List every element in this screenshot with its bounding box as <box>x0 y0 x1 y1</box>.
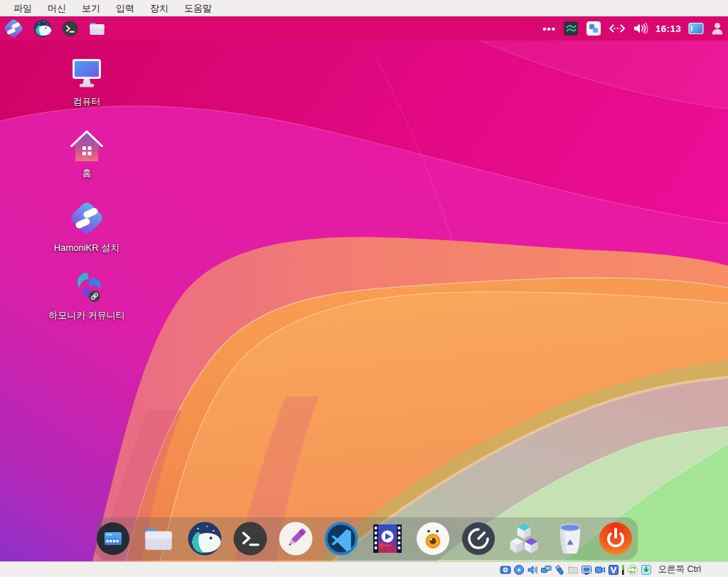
hamonikr-menu-button[interactable] <box>3 18 24 39</box>
status-shared-folders-icon[interactable] <box>567 564 579 576</box>
status-recording-icon[interactable] <box>594 564 606 576</box>
dock-power[interactable] <box>598 519 633 559</box>
desktop-icon-label: 하모니카 커뮤니티 <box>44 309 129 322</box>
status-keyboard-capture-icon[interactable] <box>641 564 652 576</box>
menu-devices[interactable]: 장치 <box>142 0 176 16</box>
terminal-launcher[interactable] <box>61 20 79 38</box>
dock-vscode[interactable] <box>323 519 359 559</box>
dock-app-menu[interactable] <box>95 519 131 559</box>
status-indicator-separator <box>621 564 625 576</box>
top-panel: ••• <box>0 16 728 41</box>
dock-files[interactable] <box>141 519 176 559</box>
desktop-icon-community[interactable]: 하모니카 커뮤니티 <box>44 270 129 322</box>
hancom-office-icon[interactable] <box>586 21 601 36</box>
status-audio-icon[interactable] <box>527 564 538 576</box>
vm-desktop: ••• <box>0 16 728 561</box>
volume-icon[interactable] <box>633 22 648 35</box>
status-usb-icon[interactable] <box>554 564 565 576</box>
vbox-menubar: 파일 머신 보기 입력 장치 도움말 <box>0 0 728 16</box>
menu-input[interactable]: 입력 <box>108 0 142 16</box>
dock-package-manager[interactable] <box>506 519 542 559</box>
dock-text-editor[interactable] <box>278 519 314 559</box>
dock-smplayer[interactable] <box>370 519 405 559</box>
status-mouse-integration-icon[interactable] <box>627 564 638 576</box>
dock-whale-browser[interactable] <box>187 519 223 559</box>
display-settings-icon[interactable] <box>688 22 704 35</box>
whale-browser-launcher[interactable] <box>33 18 53 38</box>
status-virtualization-icon[interactable] <box>608 564 619 576</box>
user-icon[interactable] <box>711 22 724 35</box>
vbox-statusbar: 오른쪽 Ctrl <box>0 561 728 577</box>
desktop-icon-home[interactable]: 홈 <box>44 128 129 180</box>
clock[interactable]: 16:13 <box>655 23 681 34</box>
nimf-input-icon[interactable] <box>563 21 579 36</box>
desktop-icon-computer[interactable]: 컴퓨터 <box>44 58 129 108</box>
status-hard-disks-icon[interactable] <box>500 564 511 576</box>
dock-audio-player[interactable] <box>415 519 451 559</box>
status-display-icon[interactable] <box>581 564 592 576</box>
dock <box>95 517 638 560</box>
virtualbox-window: 파일 머신 보기 입력 장치 도움말 <box>0 0 728 577</box>
desktop-icon-label: 홈 <box>44 167 129 180</box>
network-icon[interactable] <box>609 23 626 34</box>
desktop-icon-label: HamoniKR 설치 <box>44 242 129 254</box>
dock-trash[interactable] <box>552 519 588 559</box>
menu-help[interactable]: 도움말 <box>176 0 220 16</box>
files-launcher[interactable] <box>87 19 107 38</box>
tray-overflow-button[interactable]: ••• <box>542 23 556 35</box>
desktop-icon-label: 컴퓨터 <box>44 95 129 108</box>
status-optical-drives-icon[interactable] <box>513 564 525 576</box>
dock-terminal[interactable] <box>232 519 268 559</box>
menu-machine[interactable]: 머신 <box>40 0 74 16</box>
dock-system-monitor[interactable] <box>461 519 496 559</box>
status-network-icon[interactable] <box>540 564 552 576</box>
menu-file[interactable]: 파일 <box>6 0 40 16</box>
menu-view[interactable]: 보기 <box>74 0 108 16</box>
host-key-label: 오른쪽 Ctrl <box>658 563 701 576</box>
desktop-icon-hamonikr-install[interactable]: HamoniKR 설치 <box>44 200 129 254</box>
